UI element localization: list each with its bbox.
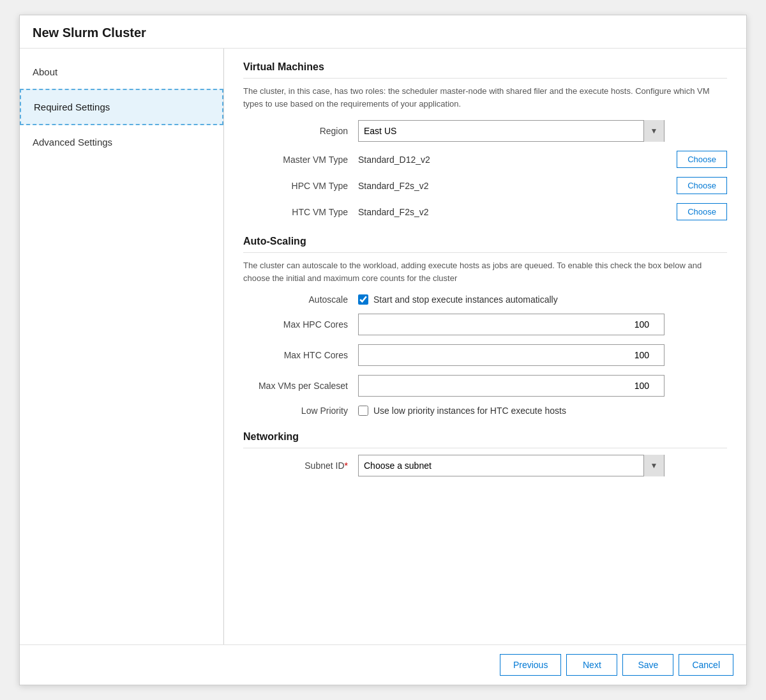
subnet-id-label: Subnet ID* bbox=[243, 460, 358, 471]
auto-scaling-section-desc: The cluster can autoscale to the workloa… bbox=[243, 259, 727, 284]
previous-button[interactable]: Previous bbox=[500, 654, 561, 676]
vm-section-title: Virtual Machines bbox=[243, 61, 727, 79]
max-vms-scaleset-row: Max VMs per Scaleset bbox=[243, 375, 727, 397]
low-priority-checkbox-row: Use low priority instances for HTC execu… bbox=[358, 406, 566, 416]
dialog-header: New Slurm Cluster bbox=[20, 15, 746, 49]
auto-scaling-section-title: Auto-Scaling bbox=[243, 236, 727, 253]
region-select-wrapper[interactable]: East US West US East US 2 West Europe So… bbox=[358, 120, 665, 142]
dialog-body: About Required Settings Advanced Setting… bbox=[20, 49, 746, 644]
autoscale-label: Autoscale bbox=[243, 294, 358, 305]
master-vm-choose-button[interactable]: Choose bbox=[677, 151, 727, 168]
sidebar-item-label: Advanced Settings bbox=[33, 137, 112, 148]
region-label: Region bbox=[243, 126, 358, 136]
subnet-required-marker: * bbox=[345, 460, 348, 471]
max-hpc-cores-input[interactable] bbox=[358, 314, 665, 335]
low-priority-control: Use low priority instances for HTC execu… bbox=[358, 406, 727, 416]
subnet-id-control: Choose a subnet ▼ bbox=[358, 455, 727, 476]
htc-vm-choose-button[interactable]: Choose bbox=[677, 203, 727, 220]
htc-vm-label: HTC VM Type bbox=[243, 207, 358, 217]
max-hpc-cores-label: Max HPC Cores bbox=[243, 319, 358, 330]
subnet-select[interactable]: Choose a subnet bbox=[359, 455, 643, 476]
low-priority-row: Low Priority Use low priority instances … bbox=[243, 406, 727, 416]
sidebar-item-label: About bbox=[33, 66, 57, 77]
hpc-vm-control: Standard_F2s_v2 Choose bbox=[358, 177, 727, 194]
autoscale-checkbox-label: Start and stop execute instances automat… bbox=[373, 294, 558, 305]
region-row: Region East US West US East US 2 West Eu… bbox=[243, 120, 727, 142]
max-hpc-cores-control bbox=[358, 314, 727, 335]
virtual-machines-section: Virtual Machines The cluster, in this ca… bbox=[243, 61, 727, 220]
low-priority-label: Low Priority bbox=[243, 406, 358, 416]
autoscale-checkbox-row: Start and stop execute instances automat… bbox=[358, 294, 558, 305]
dialog-title: New Slurm Cluster bbox=[33, 26, 733, 40]
max-htc-cores-row: Max HTC Cores bbox=[243, 344, 727, 366]
next-button[interactable]: Next bbox=[566, 654, 617, 676]
cancel-button[interactable]: Cancel bbox=[679, 654, 733, 676]
master-vm-row: Master VM Type Standard_D12_v2 Choose bbox=[243, 151, 727, 168]
auto-scaling-section: Auto-Scaling The cluster can autoscale t… bbox=[243, 236, 727, 416]
hpc-vm-value: Standard_F2s_v2 bbox=[358, 181, 677, 191]
master-vm-label: Master VM Type bbox=[243, 155, 358, 165]
networking-section: Networking Subnet ID* Choose a subnet ▼ bbox=[243, 431, 727, 476]
networking-section-title: Networking bbox=[243, 431, 727, 448]
region-dropdown-arrow[interactable]: ▼ bbox=[643, 120, 664, 142]
subnet-id-row: Subnet ID* Choose a subnet ▼ bbox=[243, 455, 727, 476]
max-htc-cores-control bbox=[358, 344, 727, 366]
autoscale-row: Autoscale Start and stop execute instanc… bbox=[243, 294, 727, 305]
sidebar-item-label: Required Settings bbox=[34, 102, 110, 112]
max-htc-cores-label: Max HTC Cores bbox=[243, 350, 358, 360]
htc-vm-row: HTC VM Type Standard_F2s_v2 Choose bbox=[243, 203, 727, 220]
master-vm-control: Standard_D12_v2 Choose bbox=[358, 151, 727, 168]
subnet-dropdown-arrow[interactable]: ▼ bbox=[643, 455, 664, 476]
autoscale-control: Start and stop execute instances automat… bbox=[358, 294, 727, 305]
region-select[interactable]: East US West US East US 2 West Europe So… bbox=[359, 121, 643, 141]
dialog-footer: Previous Next Save Cancel bbox=[20, 644, 746, 685]
max-vms-scaleset-input[interactable] bbox=[358, 375, 665, 397]
max-hpc-cores-row: Max HPC Cores bbox=[243, 314, 727, 335]
low-priority-checkbox[interactable] bbox=[358, 406, 368, 416]
htc-vm-value: Standard_F2s_v2 bbox=[358, 207, 677, 217]
vm-section-desc: The cluster, in this case, has two roles… bbox=[243, 85, 727, 110]
sidebar-item-required-settings[interactable]: Required Settings bbox=[20, 89, 223, 125]
sidebar-item-about[interactable]: About bbox=[20, 55, 223, 89]
save-button[interactable]: Save bbox=[622, 654, 673, 676]
main-content: Virtual Machines The cluster, in this ca… bbox=[224, 49, 746, 644]
subnet-select-wrapper[interactable]: Choose a subnet ▼ bbox=[358, 455, 665, 476]
sidebar-item-advanced-settings[interactable]: Advanced Settings bbox=[20, 125, 223, 159]
max-vms-scaleset-control bbox=[358, 375, 727, 397]
master-vm-value: Standard_D12_v2 bbox=[358, 155, 677, 165]
hpc-vm-label: HPC VM Type bbox=[243, 181, 358, 191]
hpc-vm-row: HPC VM Type Standard_F2s_v2 Choose bbox=[243, 177, 727, 194]
autoscale-checkbox[interactable] bbox=[358, 294, 368, 305]
new-slurm-cluster-dialog: New Slurm Cluster About Required Setting… bbox=[19, 15, 747, 685]
max-vms-scaleset-label: Max VMs per Scaleset bbox=[243, 381, 358, 391]
region-control: East US West US East US 2 West Europe So… bbox=[358, 120, 727, 142]
max-htc-cores-input[interactable] bbox=[358, 344, 665, 366]
hpc-vm-choose-button[interactable]: Choose bbox=[677, 177, 727, 194]
htc-vm-control: Standard_F2s_v2 Choose bbox=[358, 203, 727, 220]
low-priority-checkbox-label: Use low priority instances for HTC execu… bbox=[373, 406, 566, 416]
sidebar: About Required Settings Advanced Setting… bbox=[20, 49, 224, 644]
